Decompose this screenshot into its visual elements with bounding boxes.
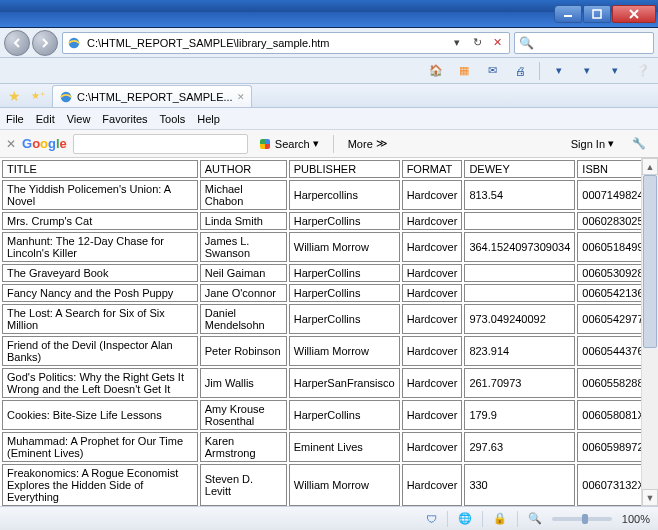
table-row: God's Politics: Why the Right Gets It Wr… [2,368,641,398]
table-row: Manhunt: The 12-Day Chase for Lincoln's … [2,232,641,262]
help-icon[interactable]: ❔ [634,62,652,80]
security-shield-icon[interactable]: 🛡 [426,513,437,525]
maximize-button[interactable] [583,5,611,23]
menu-tools[interactable]: Tools [160,113,186,125]
protected-mode-icon[interactable]: 🔒 [493,512,507,525]
table-header-row: TITLEAUTHORPUBLISHERFORMATDEWEYISBNSUBJE… [2,160,641,178]
menu-favorites[interactable]: Favorites [102,113,147,125]
table-cell: HarperCollins [289,284,400,302]
internet-mode-icon[interactable]: 🌐 [458,512,472,525]
table-cell [464,264,575,282]
table-cell: Steven D. Levitt [200,464,287,506]
home-icon[interactable]: 🏠 [427,62,445,80]
add-favorite-icon[interactable]: ★⁺ [28,86,48,106]
table-cell: Harpercollins [289,180,400,210]
svg-point-5 [61,91,72,102]
content-viewport: TITLEAUTHORPUBLISHERFORMATDEWEYISBNSUBJE… [0,158,658,506]
mail-icon[interactable]: ✉ [483,62,501,80]
table-cell [464,212,575,230]
google-more-button[interactable]: More ≫ [342,133,394,155]
scroll-area[interactable]: TITLEAUTHORPUBLISHERFORMATDEWEYISBNSUBJE… [0,158,641,506]
table-cell [464,284,575,302]
column-header: TITLE [2,160,198,178]
table-cell: Fancy Nancy and the Posh Puppy [2,284,198,302]
table-cell: Hardcover [402,264,463,282]
zoom-percent[interactable]: 100% [622,513,650,525]
menu-view[interactable]: View [67,113,91,125]
table-cell: Hardcover [402,464,463,506]
address-dropdown-icon[interactable]: ▾ [449,36,465,49]
table-cell: 0007149824 [577,180,641,210]
nav-toolbar: ▾ ↻ ✕ 🔍 [0,28,658,58]
forward-button[interactable] [32,30,58,56]
table-cell: Michael Chabon [200,180,287,210]
page-menu-icon[interactable]: ▾ [550,62,568,80]
minimize-button[interactable] [554,5,582,23]
scroll-up-icon[interactable]: ▲ [642,158,658,175]
table-cell: Jane O'connor [200,284,287,302]
vertical-scrollbar[interactable]: ▲ ▼ [641,158,658,506]
menu-bar: File Edit View Favorites Tools Help [0,108,658,130]
google-signin-button[interactable]: Sign In ▾ [565,133,620,155]
table-cell: Cookies: Bite-Size Life Lessons [2,400,198,430]
stop-icon[interactable]: ✕ [489,36,505,49]
browser-search-box[interactable]: 🔍 [514,32,654,54]
address-input[interactable] [85,36,445,50]
table-cell: Hardcover [402,304,463,334]
table-cell: Muhammad: A Prophet for Our Time (Eminen… [2,432,198,462]
close-toolbar-icon[interactable]: ✕ [6,137,16,151]
safety-menu-icon[interactable]: ▾ [578,62,596,80]
table-cell: 179.9 [464,400,575,430]
menu-file[interactable]: File [6,113,24,125]
table-cell: Hardcover [402,180,463,210]
google-search-button[interactable]: Search ▾ [254,133,325,155]
table-cell: 823.914 [464,336,575,366]
table-cell: William Morrow [289,464,400,506]
browser-tab[interactable]: C:\HTML_REPORT_SAMPLE... ✕ [52,85,252,107]
back-button[interactable] [4,30,30,56]
tools-menu-icon[interactable]: ▾ [606,62,624,80]
table-cell: 261.70973 [464,368,575,398]
print-icon[interactable]: 🖨 [511,62,529,80]
table-cell: Freakonomics: A Rogue Economist Explores… [2,464,198,506]
table-cell: The Yiddish Policemen's Union: A Novel [2,180,198,210]
menu-help[interactable]: Help [197,113,220,125]
svg-point-4 [69,37,80,48]
table-row: Cookies: Bite-Size Life LessonsAmy Krous… [2,400,641,430]
column-header: ISBN [577,160,641,178]
feeds-icon[interactable]: ▦ [455,62,473,80]
table-cell: Mrs. Crump's Cat [2,212,198,230]
google-settings-icon[interactable]: 🔧 [626,133,652,155]
google-search-input[interactable] [73,134,248,154]
address-bar[interactable]: ▾ ↻ ✕ [62,32,510,54]
zoom-label: 🔍 [528,512,542,525]
tab-close-icon[interactable]: ✕ [237,92,245,102]
table-row: Freakonomics: A Rogue Economist Explores… [2,464,641,506]
table-row: Friend of the Devil (Inspector Alan Bank… [2,336,641,366]
svg-rect-1 [593,10,601,18]
close-button[interactable] [612,5,656,23]
table-cell: Hardcover [402,336,463,366]
table-cell: Peter Robinson [200,336,287,366]
scroll-down-icon[interactable]: ▼ [642,489,658,506]
table-cell: God's Politics: Why the Right Gets It Wr… [2,368,198,398]
tab-strip: ★ ★⁺ C:\HTML_REPORT_SAMPLE... ✕ [0,84,658,108]
table-cell: Hardcover [402,232,463,262]
ie-icon [59,90,73,104]
table-cell: Hardcover [402,212,463,230]
favorites-star-icon[interactable]: ★ [4,86,24,106]
table-cell: Jim Wallis [200,368,287,398]
scrollbar-thumb[interactable] [643,175,657,348]
table-cell: 0060542977 [577,304,641,334]
table-cell: Amy Krouse Rosenthal [200,400,287,430]
table-row: The Yiddish Policemen's Union: A NovelMi… [2,180,641,210]
menu-edit[interactable]: Edit [36,113,55,125]
table-cell: Karen Armstrong [200,432,287,462]
table-cell: Friend of the Devil (Inspector Alan Bank… [2,336,198,366]
data-table: TITLEAUTHORPUBLISHERFORMATDEWEYISBNSUBJE… [0,158,641,506]
zoom-slider[interactable] [552,517,612,521]
table-cell: 0060598972 [577,432,641,462]
command-bar: 🏠 ▦ ✉ 🖨 ▾ ▾ ▾ ❔ [0,58,658,84]
refresh-icon[interactable]: ↻ [469,36,485,49]
google-logo: Google [22,136,67,151]
